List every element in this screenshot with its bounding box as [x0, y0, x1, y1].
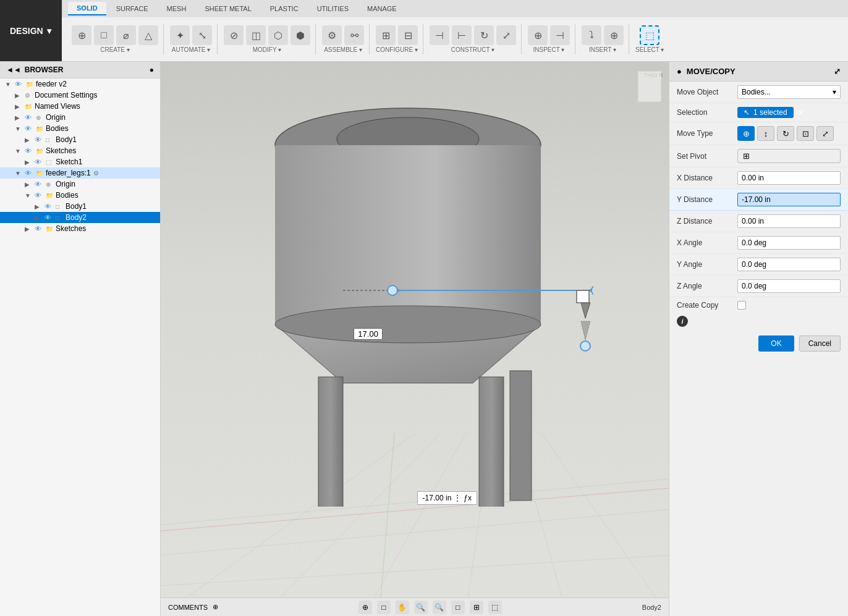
eye-icon-origin2[interactable]: 👁 — [35, 180, 43, 188]
group-label-create[interactable]: CREATE ▾ — [100, 46, 130, 53]
group-label-construct[interactable]: CONSTRUCT ▾ — [451, 46, 494, 53]
design-button[interactable]: DESIGN ▾ — [0, 0, 62, 61]
tool-icon-construct-1[interactable]: ⊢ — [452, 25, 472, 45]
tab-sheet-metal[interactable]: SHEET METAL — [196, 2, 260, 15]
ok-button[interactable]: OK — [758, 335, 794, 352]
tree-item-origin2[interactable]: ▶👁⊕Origin — [0, 179, 160, 190]
eye-icon-sketches2[interactable]: 👁 — [35, 225, 43, 232]
tree-arrow-sketches[interactable]: ▼ — [15, 148, 22, 154]
tree-arrow-origin[interactable]: ▶ — [15, 114, 22, 121]
tree-item-body2[interactable]: ▶👁□Body2 — [0, 212, 160, 223]
tool-icon-construct-0[interactable]: ⊣ — [430, 25, 449, 45]
group-label-automate[interactable]: AUTOMATE ▾ — [172, 46, 210, 53]
eye-icon-sketch1[interactable]: 👁 — [35, 158, 43, 166]
tool-icon-automate-1[interactable]: ⤡ — [192, 25, 212, 45]
tool-icon-create-0[interactable]: ⊕ — [72, 25, 91, 45]
move-type-align-btn[interactable]: ⤢ — [816, 126, 834, 141]
group-label-configure[interactable]: CONFIGURE ▾ — [376, 46, 418, 53]
tool-icon-automate-0[interactable]: ✦ — [170, 25, 190, 45]
camera-icon[interactable]: □ — [377, 601, 391, 614]
tree-item-root[interactable]: ▼👁📁feeder v2 — [0, 78, 160, 90]
tab-surface[interactable]: SURFACE — [108, 2, 157, 15]
tool-icon-insert-1[interactable]: ⊕ — [604, 25, 624, 45]
comments-icon[interactable]: ⊕ — [213, 603, 218, 611]
set-pivot-button[interactable]: ⊞ — [737, 149, 841, 163]
tree-arrow-sketch1[interactable]: ▶ — [25, 159, 32, 166]
input-formula-icon[interactable]: ƒx — [464, 494, 472, 502]
tool-icon-modify-0[interactable]: ⊘ — [224, 25, 244, 45]
tree-item-sketches[interactable]: ▼👁📁Sketches — [0, 145, 160, 156]
move-type-point-btn[interactable]: ⊡ — [797, 126, 814, 141]
tool-icon-create-2[interactable]: ⌀ — [116, 25, 136, 45]
move-type-rotate-btn[interactable]: ↻ — [777, 126, 794, 141]
z-angle-input[interactable] — [737, 279, 841, 293]
tool-icon-modify-2[interactable]: ⬡ — [268, 25, 288, 45]
selection-badge[interactable]: ↖ 1 selected — [737, 107, 794, 118]
tool-icon-assemble-1[interactable]: ⚯ — [344, 25, 364, 45]
viewport-input[interactable]: -17.00 in ⋮ ƒx — [417, 491, 477, 505]
eye-icon-bodies2[interactable]: 👁 — [35, 192, 43, 199]
group-label-inspect[interactable]: INSPECT ▾ — [533, 46, 565, 53]
grid-icon[interactable]: ⊞ — [470, 601, 483, 614]
eye-icon-body1[interactable]: 👁 — [35, 136, 43, 143]
view-icon[interactable]: ⬚ — [488, 601, 502, 614]
tool-icon-create-3[interactable]: △ — [138, 25, 158, 45]
tree-item-bodies2[interactable]: ▼👁📁Bodies — [0, 190, 160, 201]
y-distance-input[interactable] — [737, 193, 841, 206]
eye-icon-bodies[interactable]: 👁 — [25, 125, 33, 132]
tool-icon-create-1[interactable]: □ — [94, 25, 114, 45]
tree-item-body1[interactable]: ▶👁□Body1 — [0, 134, 160, 145]
z-distance-input[interactable] — [737, 214, 841, 228]
tree-arrow-named-views[interactable]: ▶ — [15, 103, 22, 110]
group-label-modify[interactable]: MODIFY ▾ — [253, 46, 281, 53]
move-type-free-btn[interactable]: ⊕ — [737, 126, 755, 141]
zoom-fit-icon[interactable]: 🔍 — [433, 601, 446, 614]
eye-icon-origin[interactable]: 👁 — [25, 114, 33, 121]
input-menu-icon[interactable]: ⋮ — [454, 494, 461, 502]
tool-icon-assemble-0[interactable]: ⚙ — [322, 25, 342, 45]
tree-arrow-doc-settings[interactable]: ▶ — [15, 92, 22, 99]
selection-clear-button[interactable]: ✕ — [797, 108, 805, 117]
create-copy-checkbox[interactable] — [737, 301, 746, 310]
eye-icon-feeder-legs[interactable]: 👁 — [25, 169, 33, 177]
y-angle-input[interactable] — [737, 258, 841, 271]
collapse-arrow[interactable]: ◄◄ — [6, 65, 21, 74]
tree-arrow-root[interactable]: ▼ — [5, 81, 12, 88]
pan-icon[interactable]: ✋ — [396, 601, 409, 614]
move-object-select[interactable]: Bodies... ▾ — [737, 85, 841, 99]
cancel-button[interactable]: Cancel — [799, 335, 841, 352]
tree-item-doc-settings[interactable]: ▶⚙Document Settings — [0, 90, 160, 101]
tree-arrow-bodies2[interactable]: ▼ — [25, 192, 32, 199]
tree-item-sketches2[interactable]: ▶👁📁Sketches — [0, 223, 160, 234]
tab-plastic[interactable]: PLASTIC — [261, 2, 307, 15]
group-label-insert[interactable]: INSERT ▾ — [589, 46, 616, 53]
tool-icon-construct-2[interactable]: ↻ — [474, 25, 494, 45]
eye-icon-body2[interactable]: 👁 — [45, 214, 53, 221]
tree-arrow-body1b[interactable]: ▶ — [35, 203, 42, 210]
tree-item-feeder-legs[interactable]: ▼👁📁feeder_legs:1⚙ — [0, 167, 160, 179]
tool-icon-select-0[interactable]: ⬚ — [640, 25, 659, 45]
tree-arrow-body1[interactable]: ▶ — [25, 137, 32, 143]
viewport[interactable]: 17.00 -17.00 in ⋮ ƒx THGI R COMMENTS ⊕ — [161, 62, 669, 616]
tree-arrow-body2[interactable]: ▶ — [35, 214, 42, 221]
tree-item-body1b[interactable]: ▶👁□Body1 — [0, 201, 160, 212]
tree-item-sketch1[interactable]: ▶👁⬚Sketch1 — [0, 156, 160, 167]
tool-icon-configure-1[interactable]: ⊟ — [398, 25, 418, 45]
eye-icon-root[interactable]: 👁 — [15, 80, 23, 88]
tool-icon-inspect-1[interactable]: ⊣ — [550, 25, 570, 45]
tab-solid[interactable]: SOLID — [68, 2, 106, 15]
x-distance-input[interactable] — [737, 171, 841, 185]
tab-utilities[interactable]: UTILITIES — [308, 2, 357, 15]
move-type-dir-btn[interactable]: ↕ — [757, 126, 774, 141]
snap-icon[interactable]: ⊕ — [358, 601, 372, 614]
tree-arrow-origin2[interactable]: ▶ — [25, 181, 32, 188]
tool-icon-construct-3[interactable]: ⤢ — [496, 25, 516, 45]
tab-mesh[interactable]: MESH — [158, 2, 195, 15]
zoom-icon[interactable]: 🔍 — [414, 601, 428, 614]
tab-manage[interactable]: MANAGE — [358, 2, 405, 15]
tool-icon-configure-0[interactable]: ⊞ — [376, 25, 396, 45]
tree-item-origin[interactable]: ▶👁⊕Origin — [0, 112, 160, 123]
tree-item-named-views[interactable]: ▶📁Named Views — [0, 101, 160, 112]
tool-icon-inspect-0[interactable]: ⊕ — [528, 25, 548, 45]
settings-icon-feeder-legs[interactable]: ⚙ — [93, 170, 99, 177]
